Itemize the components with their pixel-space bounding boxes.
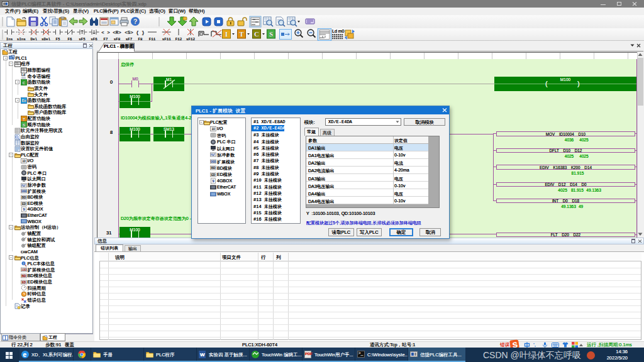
svg-text:10: 10 xyxy=(22,159,26,163)
svg-text:S: S xyxy=(269,30,273,38)
svg-text:9: 9 xyxy=(212,179,214,183)
svg-text:Ld: Ld xyxy=(21,73,25,77)
svg-text:<R>: <R> xyxy=(113,30,121,35)
svg-text:?: ? xyxy=(133,18,138,25)
svg-text:9: 9 xyxy=(23,207,25,211)
svg-text:ED: ED xyxy=(211,173,216,176)
svg-text:Ins: Ins xyxy=(6,37,13,41)
svg-text:T: T xyxy=(239,30,244,38)
svg-text:F6: F6 xyxy=(68,37,72,41)
svg-text:i: i xyxy=(23,262,24,265)
svg-text:C: C xyxy=(254,30,259,38)
svg-text:sIns: sIns xyxy=(17,37,26,41)
svg-text:ED: ED xyxy=(22,202,26,205)
svg-text:F5: F5 xyxy=(56,37,60,41)
svg-text:sF5: sF5 xyxy=(79,37,86,41)
svg-text:<S>: <S> xyxy=(125,30,133,35)
svg-text:BD: BD xyxy=(22,196,26,199)
svg-text:000: 000 xyxy=(21,190,26,193)
svg-text:T: T xyxy=(23,117,25,121)
svg-text:BD: BD xyxy=(22,275,26,278)
svg-text:10: 10 xyxy=(211,127,215,131)
svg-text:I: I xyxy=(225,30,228,38)
svg-text:000: 000 xyxy=(211,160,216,163)
svg-text:Ld m0: Ld m0 xyxy=(332,29,345,33)
svg-text:{ }: { } xyxy=(136,30,145,35)
svg-text:CAM: CAM xyxy=(21,251,27,254)
svg-text:sDel: sDel xyxy=(42,37,50,41)
svg-text:S: S xyxy=(23,123,25,127)
svg-text:< >: < > xyxy=(101,30,110,35)
svg-text:100: 100 xyxy=(21,268,26,272)
svg-text:BD: BD xyxy=(211,167,216,170)
svg-text:C: C xyxy=(23,81,26,85)
svg-text:ED: ED xyxy=(22,281,26,284)
svg-text:Ex: Ex xyxy=(22,99,27,102)
svg-text:Del: Del xyxy=(30,37,37,41)
